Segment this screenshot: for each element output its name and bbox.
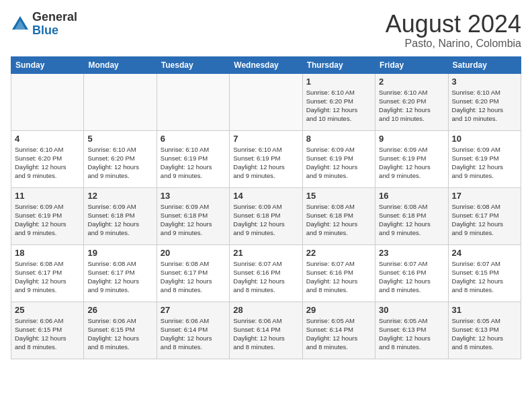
day-info: Sunrise: 6:05 AM Sunset: 6:13 PM Dayligh…: [379, 316, 444, 352]
logo-text: General Blue: [32, 11, 77, 38]
day-info: Sunrise: 6:05 AM Sunset: 6:13 PM Dayligh…: [452, 316, 517, 352]
table-row: 20Sunrise: 6:08 AM Sunset: 6:17 PM Dayli…: [157, 244, 229, 302]
day-number: 20: [161, 248, 226, 258]
header-thursday: Thursday: [302, 56, 375, 73]
day-info: Sunrise: 6:10 AM Sunset: 6:20 PM Dayligh…: [452, 88, 517, 124]
day-info: Sunrise: 6:10 AM Sunset: 6:20 PM Dayligh…: [87, 145, 152, 181]
table-row: 28Sunrise: 6:06 AM Sunset: 6:14 PM Dayli…: [230, 302, 302, 359]
day-number: 21: [233, 248, 298, 258]
day-number: 16: [379, 191, 444, 201]
title-block: August 2024 Pasto, Narino, Colombia: [386, 11, 521, 50]
calendar-body: 1Sunrise: 6:10 AM Sunset: 6:20 PM Daylig…: [11, 73, 521, 359]
table-row: [230, 73, 302, 130]
table-row: 22Sunrise: 6:07 AM Sunset: 6:16 PM Dayli…: [302, 244, 375, 302]
header-row: Sunday Monday Tuesday Wednesday Thursday…: [11, 56, 521, 73]
day-info: Sunrise: 6:08 AM Sunset: 6:18 PM Dayligh…: [306, 202, 371, 238]
header-sunday: Sunday: [11, 56, 84, 73]
table-row: 15Sunrise: 6:08 AM Sunset: 6:18 PM Dayli…: [302, 187, 375, 244]
day-info: Sunrise: 6:10 AM Sunset: 6:20 PM Dayligh…: [306, 88, 371, 124]
day-number: 5: [87, 134, 152, 144]
table-row: 7Sunrise: 6:10 AM Sunset: 6:19 PM Daylig…: [230, 130, 302, 187]
day-number: 12: [87, 191, 152, 201]
table-row: 12Sunrise: 6:09 AM Sunset: 6:18 PM Dayli…: [84, 187, 157, 244]
day-number: 18: [15, 248, 80, 258]
calendar-week-row: 1Sunrise: 6:10 AM Sunset: 6:20 PM Daylig…: [11, 73, 521, 130]
day-number: 14: [233, 191, 298, 201]
day-number: 6: [161, 134, 226, 144]
day-info: Sunrise: 6:07 AM Sunset: 6:16 PM Dayligh…: [233, 259, 298, 295]
table-row: 5Sunrise: 6:10 AM Sunset: 6:20 PM Daylig…: [84, 130, 157, 187]
day-info: Sunrise: 6:08 AM Sunset: 6:17 PM Dayligh…: [87, 259, 152, 295]
header-wednesday: Wednesday: [230, 56, 302, 73]
day-info: Sunrise: 6:10 AM Sunset: 6:20 PM Dayligh…: [379, 88, 444, 124]
calendar-title: August 2024: [386, 11, 521, 38]
table-row: 24Sunrise: 6:07 AM Sunset: 6:15 PM Dayli…: [448, 244, 521, 302]
day-number: 23: [379, 248, 444, 258]
calendar-week-row: 25Sunrise: 6:06 AM Sunset: 6:15 PM Dayli…: [11, 302, 521, 359]
day-number: 31: [452, 305, 517, 315]
day-number: 8: [306, 134, 371, 144]
day-number: 1: [306, 77, 371, 87]
table-row: 18Sunrise: 6:08 AM Sunset: 6:17 PM Dayli…: [11, 244, 84, 302]
day-number: 24: [452, 248, 517, 258]
calendar-week-row: 4Sunrise: 6:10 AM Sunset: 6:20 PM Daylig…: [11, 130, 521, 187]
calendar-week-row: 11Sunrise: 6:09 AM Sunset: 6:19 PM Dayli…: [11, 187, 521, 244]
day-info: Sunrise: 6:09 AM Sunset: 6:19 PM Dayligh…: [15, 202, 80, 238]
table-row: [84, 73, 157, 130]
table-row: 25Sunrise: 6:06 AM Sunset: 6:15 PM Dayli…: [11, 302, 84, 359]
day-number: 11: [15, 191, 80, 201]
header-friday: Friday: [375, 56, 448, 73]
page-header: General Blue August 2024 Pasto, Narino, …: [11, 11, 521, 50]
day-number: 25: [15, 305, 80, 315]
day-info: Sunrise: 6:09 AM Sunset: 6:19 PM Dayligh…: [306, 145, 371, 181]
day-number: 19: [87, 248, 152, 258]
day-info: Sunrise: 6:09 AM Sunset: 6:18 PM Dayligh…: [161, 202, 226, 238]
day-info: Sunrise: 6:06 AM Sunset: 6:15 PM Dayligh…: [15, 316, 80, 352]
table-row: 21Sunrise: 6:07 AM Sunset: 6:16 PM Dayli…: [230, 244, 302, 302]
day-number: 3: [452, 77, 517, 87]
day-number: 22: [306, 248, 371, 258]
logo-blue: Blue: [32, 24, 58, 37]
day-number: 10: [452, 134, 517, 144]
table-row: 23Sunrise: 6:07 AM Sunset: 6:16 PM Dayli…: [375, 244, 448, 302]
table-row: 13Sunrise: 6:09 AM Sunset: 6:18 PM Dayli…: [157, 187, 229, 244]
day-info: Sunrise: 6:10 AM Sunset: 6:20 PM Dayligh…: [15, 145, 80, 181]
day-info: Sunrise: 6:06 AM Sunset: 6:14 PM Dayligh…: [233, 316, 298, 352]
day-number: 17: [452, 191, 517, 201]
day-info: Sunrise: 6:06 AM Sunset: 6:14 PM Dayligh…: [161, 316, 226, 352]
calendar-subtitle: Pasto, Narino, Colombia: [386, 38, 521, 50]
day-info: Sunrise: 6:06 AM Sunset: 6:15 PM Dayligh…: [87, 316, 152, 352]
day-info: Sunrise: 6:08 AM Sunset: 6:17 PM Dayligh…: [161, 259, 226, 295]
day-number: 27: [161, 305, 226, 315]
day-number: 15: [306, 191, 371, 201]
logo-general: General: [32, 10, 77, 24]
table-row: 17Sunrise: 6:08 AM Sunset: 6:17 PM Dayli…: [448, 187, 521, 244]
table-row: 1Sunrise: 6:10 AM Sunset: 6:20 PM Daylig…: [302, 73, 375, 130]
table-row: 27Sunrise: 6:06 AM Sunset: 6:14 PM Dayli…: [157, 302, 229, 359]
calendar-table: Sunday Monday Tuesday Wednesday Thursday…: [11, 56, 521, 359]
header-saturday: Saturday: [448, 56, 521, 73]
header-tuesday: Tuesday: [157, 56, 229, 73]
day-number: 28: [233, 305, 298, 315]
table-row: 29Sunrise: 6:05 AM Sunset: 6:14 PM Dayli…: [302, 302, 375, 359]
day-number: 4: [15, 134, 80, 144]
table-row: 19Sunrise: 6:08 AM Sunset: 6:17 PM Dayli…: [84, 244, 157, 302]
day-info: Sunrise: 6:08 AM Sunset: 6:17 PM Dayligh…: [15, 259, 80, 295]
table-row: [157, 73, 229, 130]
day-info: Sunrise: 6:07 AM Sunset: 6:15 PM Dayligh…: [452, 259, 517, 295]
day-number: 29: [306, 305, 371, 315]
day-number: 9: [379, 134, 444, 144]
table-row: 16Sunrise: 6:08 AM Sunset: 6:18 PM Dayli…: [375, 187, 448, 244]
logo-icon: [11, 15, 30, 34]
day-info: Sunrise: 6:10 AM Sunset: 6:19 PM Dayligh…: [233, 145, 298, 181]
calendar-header: Sunday Monday Tuesday Wednesday Thursday…: [11, 56, 521, 73]
table-row: 4Sunrise: 6:10 AM Sunset: 6:20 PM Daylig…: [11, 130, 84, 187]
day-info: Sunrise: 6:07 AM Sunset: 6:16 PM Dayligh…: [379, 259, 444, 295]
table-row: 31Sunrise: 6:05 AM Sunset: 6:13 PM Dayli…: [448, 302, 521, 359]
day-info: Sunrise: 6:09 AM Sunset: 6:19 PM Dayligh…: [452, 145, 517, 181]
table-row: 2Sunrise: 6:10 AM Sunset: 6:20 PM Daylig…: [375, 73, 448, 130]
table-row: [11, 73, 84, 130]
table-row: 26Sunrise: 6:06 AM Sunset: 6:15 PM Dayli…: [84, 302, 157, 359]
calendar-week-row: 18Sunrise: 6:08 AM Sunset: 6:17 PM Dayli…: [11, 244, 521, 302]
day-info: Sunrise: 6:07 AM Sunset: 6:16 PM Dayligh…: [306, 259, 371, 295]
